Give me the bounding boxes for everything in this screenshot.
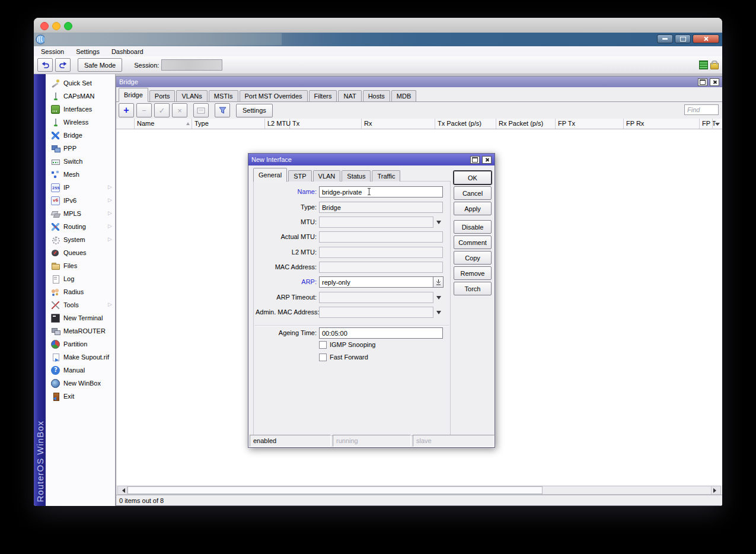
filter-button[interactable]: [215, 103, 230, 117]
sidebar-item-ipv6[interactable]: IPv6▷: [46, 194, 115, 207]
macos-titlebar[interactable]: [34, 18, 722, 33]
tab-stp[interactable]: STP: [288, 170, 311, 182]
sidebar-item-queues[interactable]: Queues: [46, 246, 115, 259]
apply-button[interactable]: Apply: [454, 202, 492, 215]
fast-forward-checkbox[interactable]: [319, 354, 327, 361]
triangle-left-icon: [120, 488, 125, 493]
horizontal-scrollbar[interactable]: [117, 486, 721, 495]
sidebar-item-system[interactable]: System▷: [46, 233, 115, 246]
dialog-maximize-button[interactable]: [470, 156, 480, 164]
cancel-button[interactable]: Cancel: [454, 186, 492, 200]
column-rx[interactable]: Rx: [361, 119, 372, 129]
workspace: Bridge Bridge Ports VLANs MSTIs Port MST…: [116, 74, 722, 506]
column-rx-packet[interactable]: Rx Packet (p/s): [496, 119, 543, 129]
sidebar-item-mpls[interactable]: MPLS▷: [46, 207, 115, 220]
ageing-time-input[interactable]: [319, 327, 443, 339]
folder-icon: [51, 262, 60, 270]
safe-mode-button[interactable]: Safe Mode: [78, 58, 122, 72]
session-input[interactable]: [161, 59, 222, 71]
find-input[interactable]: [684, 104, 719, 115]
sidebar-item-make-supout[interactable]: Make Supout.rif: [46, 351, 115, 364]
comment-button[interactable]: Comment: [454, 235, 492, 249]
menu-dashboard[interactable]: Dashboard: [106, 47, 149, 56]
sidebar-item-interfaces[interactable]: Interfaces: [46, 103, 115, 116]
enable-button: ✓: [154, 103, 170, 117]
undo-button[interactable]: [37, 58, 53, 72]
sidebar-item-tools[interactable]: Tools▷: [46, 298, 115, 311]
sidebar-item-log[interactable]: Log: [46, 272, 115, 285]
column-type[interactable]: Type: [192, 119, 209, 129]
bridge-window-titlebar[interactable]: Bridge: [116, 77, 722, 87]
sidebar-item-ppp[interactable]: PPP: [46, 142, 115, 155]
arp-label: ARP:: [256, 276, 317, 288]
arp-dropdown-button[interactable]: [433, 276, 444, 288]
tab-bridge[interactable]: Bridge: [119, 88, 148, 102]
tab-mstis[interactable]: MSTIs: [209, 90, 238, 101]
tab-filters[interactable]: Filters: [309, 90, 337, 101]
sidebar-item-new-terminal[interactable]: New Terminal: [46, 311, 115, 324]
name-input[interactable]: [319, 186, 443, 198]
column-l2mtu[interactable]: L2 MTU: [264, 119, 291, 129]
copy-button[interactable]: Copy: [454, 251, 492, 265]
sidebar-item-new-winbox[interactable]: New WinBox: [46, 377, 115, 390]
add-button[interactable]: +: [119, 103, 134, 117]
settings-button[interactable]: Settings: [236, 104, 273, 117]
torch-button[interactable]: Torch: [454, 282, 492, 295]
disable-button[interactable]: Disable: [454, 220, 492, 234]
mac-zoom-button[interactable]: [64, 22, 72, 30]
sidebar-item-bridge[interactable]: Bridge: [46, 129, 115, 142]
column-tx-packet[interactable]: Tx Packet (p/s): [435, 119, 481, 129]
remove-button[interactable]: Remove: [454, 266, 492, 280]
column-fp-rx[interactable]: FP Rx: [623, 119, 644, 129]
tab-hosts[interactable]: Hosts: [363, 90, 390, 101]
sidebar-item-exit[interactable]: Exit: [46, 390, 115, 403]
redo-button[interactable]: [55, 58, 71, 72]
column-name[interactable]: Name: [134, 119, 154, 129]
mtu-input: [319, 216, 433, 228]
tab-mdb[interactable]: MDB: [391, 90, 416, 101]
sidebar-item-radius[interactable]: Radius: [46, 285, 115, 298]
dialog-close-button[interactable]: [482, 156, 492, 164]
sidebar-item-ip[interactable]: IP▷: [46, 181, 115, 194]
minimize-button[interactable]: [657, 34, 673, 43]
sidebar-item-mesh[interactable]: Mesh: [46, 168, 115, 181]
sidebar-item-switch[interactable]: Switch: [46, 155, 115, 168]
sidebar-item-metarouter[interactable]: MetaROUTER: [46, 324, 115, 338]
close-button[interactable]: [693, 34, 719, 43]
bridge-close-button[interactable]: [710, 78, 719, 86]
tab-general[interactable]: General: [253, 168, 287, 182]
scroll-left-button[interactable]: [118, 486, 127, 494]
column-picker-button[interactable]: [712, 119, 722, 129]
mac-close-button[interactable]: [40, 22, 49, 30]
sidebar-item-wireless[interactable]: Wireless: [46, 116, 115, 129]
menu-session[interactable]: Session: [35, 47, 70, 56]
tab-vlans[interactable]: VLANs: [176, 90, 207, 101]
bridge-maximize-button[interactable]: [698, 78, 707, 86]
maximize-button[interactable]: [675, 34, 691, 43]
column-fp-tx[interactable]: FP Tx: [555, 119, 575, 129]
scroll-right-button[interactable]: [711, 486, 720, 494]
globe-icon: [51, 379, 60, 388]
sidebar-item-capsman[interactable]: CAPsMAN: [46, 90, 115, 103]
arp-input[interactable]: [319, 276, 433, 288]
sidebar-item-quick-set[interactable]: Quick Set: [46, 77, 115, 90]
tab-status[interactable]: Status: [342, 170, 371, 182]
ok-button[interactable]: OK: [454, 171, 492, 184]
winbox-titlebar[interactable]: [34, 33, 722, 47]
mac-minimize-button[interactable]: [52, 22, 60, 30]
tab-port-mst-overrides[interactable]: Port MST Overrides: [240, 90, 308, 101]
tab-vlan[interactable]: VLAN: [313, 170, 341, 182]
sidebar-item-files[interactable]: Files: [46, 259, 115, 272]
sidebar-item-routing[interactable]: Routing▷: [46, 220, 115, 233]
column-tx[interactable]: Tx: [289, 119, 299, 129]
sidebar-item-partition[interactable]: Partition: [46, 338, 115, 351]
igmp-snooping-checkbox[interactable]: [319, 341, 327, 349]
tab-nat[interactable]: NAT: [338, 90, 361, 101]
tab-traffic[interactable]: Traffic: [372, 170, 400, 182]
sidebar-label: New WinBox: [63, 380, 101, 387]
scrollbar-thumb[interactable]: [127, 486, 543, 494]
tab-ports[interactable]: Ports: [149, 90, 176, 101]
dialog-titlebar[interactable]: New Interface: [248, 154, 495, 165]
sidebar-item-manual[interactable]: Manual: [46, 364, 115, 377]
menu-settings[interactable]: Settings: [70, 47, 106, 56]
